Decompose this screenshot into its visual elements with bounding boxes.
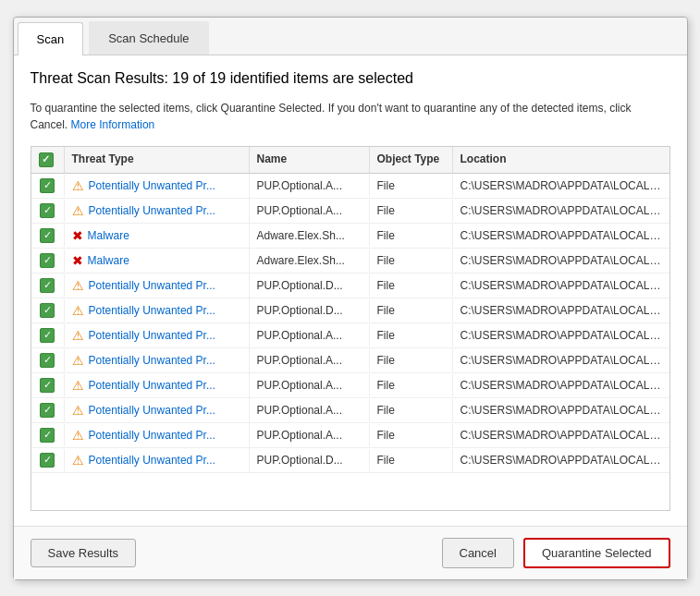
- select-all-checkbox[interactable]: ✓: [39, 152, 54, 167]
- row-name: PUP.Optional.A...: [250, 424, 370, 446]
- row-name: PUP.Optional.A...: [250, 175, 370, 197]
- row-location: C:\USERS\MADRO\APPDATA\LOCAL\...: [453, 225, 669, 247]
- row-location: C:\USERS\MADRO\APPDATA\LOCAL\...: [453, 274, 669, 297]
- threat-link[interactable]: Potentially Unwanted Pr...: [89, 404, 215, 417]
- warning-icon: ⚠: [72, 403, 84, 418]
- threat-link[interactable]: Potentially Unwanted Pr...: [89, 354, 215, 367]
- more-info-link[interactable]: More Information: [71, 118, 155, 131]
- row-threat-type: ✖Malware: [65, 224, 250, 248]
- warning-icon: ⚠: [72, 428, 84, 443]
- row-name: PUP.Optional.A...: [250, 399, 370, 421]
- error-icon: ✖: [72, 253, 83, 268]
- row-checkbox[interactable]: ✓: [31, 299, 65, 322]
- row-threat-type: ⚠Potentially Unwanted Pr...: [65, 274, 250, 298]
- row-name: PUP.Optional.A...: [250, 349, 370, 371]
- col-header-checkbox: ✓: [31, 147, 65, 173]
- table-row: ✓✖MalwareAdware.Elex.Sh...FileC:\USERS\M…: [31, 249, 669, 274]
- threat-link[interactable]: Potentially Unwanted Pr...: [89, 329, 215, 342]
- row-location: C:\USERS\MADRO\APPDATA\LOCAL\...: [453, 349, 669, 371]
- threat-link[interactable]: Potentially Unwanted Pr...: [89, 429, 215, 442]
- row-location: C:\USERS\MADRO\APPDATA\LOCAL\...: [453, 424, 669, 446]
- table-row: ✓✖MalwareAdware.Elex.Sh...FileC:\USERS\M…: [31, 224, 669, 249]
- table-header: ✓ Threat Type Name Object Type Location: [31, 147, 669, 174]
- warning-icon: ⚠: [72, 278, 84, 293]
- row-object-type: File: [370, 349, 453, 371]
- threat-link[interactable]: Malware: [88, 254, 129, 267]
- row-checkbox[interactable]: ✓: [31, 225, 65, 247]
- row-name: PUP.Optional.D...: [250, 299, 370, 322]
- row-location: C:\USERS\MADRO\APPDATA\LOCAL\...: [453, 200, 669, 222]
- threat-link[interactable]: Potentially Unwanted Pr...: [89, 179, 215, 192]
- row-checkbox[interactable]: ✓: [31, 200, 65, 222]
- row-location: C:\USERS\MADRO\APPDATA\LOCAL\...: [453, 249, 669, 272]
- row-location: C:\USERS\MADRO\APPDATA\LOCAL\...: [453, 299, 669, 322]
- instructions-text: To quarantine the selected items, click …: [31, 100, 670, 133]
- row-object-type: File: [370, 274, 453, 297]
- row-checkbox[interactable]: ✓: [31, 175, 65, 197]
- table-row: ✓⚠Potentially Unwanted Pr...PUP.Optional…: [31, 323, 669, 348]
- row-checkbox[interactable]: ✓: [31, 349, 65, 371]
- cancel-button[interactable]: Cancel: [442, 538, 514, 568]
- row-name: PUP.Optional.A...: [250, 324, 370, 347]
- threat-link[interactable]: Potentially Unwanted Pr...: [89, 379, 215, 392]
- warning-icon: ⚠: [72, 453, 84, 468]
- table-row: ✓⚠Potentially Unwanted Pr...PUP.Optional…: [31, 348, 669, 373]
- row-object-type: File: [370, 200, 453, 222]
- warning-icon: ⚠: [72, 303, 84, 318]
- threat-link[interactable]: Potentially Unwanted Pr...: [89, 204, 215, 217]
- row-threat-type: ⚠Potentially Unwanted Pr...: [65, 174, 250, 198]
- results-table: ✓ Threat Type Name Object Type Location …: [31, 146, 670, 511]
- table-row: ✓⚠Potentially Unwanted Pr...PUP.Optional…: [31, 373, 669, 398]
- row-threat-type: ⚠Potentially Unwanted Pr...: [65, 398, 250, 422]
- tab-scan-schedule[interactable]: Scan Schedule: [89, 21, 208, 55]
- warning-icon: ⚠: [72, 178, 84, 193]
- table-row: ✓⚠Potentially Unwanted Pr...PUP.Optional…: [31, 448, 669, 473]
- row-checkbox[interactable]: ✓: [31, 399, 65, 421]
- row-object-type: File: [370, 399, 453, 421]
- col-header-object-type: Object Type: [370, 147, 453, 173]
- row-location: C:\USERS\MADRO\APPDATA\LOCAL\...: [453, 374, 669, 396]
- threat-link[interactable]: Potentially Unwanted Pr...: [89, 304, 215, 317]
- row-threat-type: ⚠Potentially Unwanted Pr...: [65, 323, 250, 347]
- footer-right-buttons: Cancel Quarantine Selected: [442, 538, 670, 568]
- table-row: ✓⚠Potentially Unwanted Pr...PUP.Optional…: [31, 423, 669, 448]
- warning-icon: ⚠: [72, 378, 84, 393]
- threat-link[interactable]: Potentially Unwanted Pr...: [89, 279, 215, 292]
- row-name: Adware.Elex.Sh...: [250, 249, 370, 272]
- row-object-type: File: [370, 299, 453, 322]
- row-threat-type: ✖Malware: [65, 249, 250, 273]
- warning-icon: ⚠: [72, 328, 84, 343]
- row-object-type: File: [370, 449, 453, 471]
- table-row: ✓⚠Potentially Unwanted Pr...PUP.Optional…: [31, 174, 669, 199]
- row-location: C:\USERS\MADRO\APPDATA\LOCAL\...: [453, 324, 669, 347]
- page-title: Threat Scan Results: 19 of 19 identified…: [31, 70, 670, 87]
- threat-link[interactable]: Potentially Unwanted Pr...: [89, 454, 215, 467]
- save-results-button[interactable]: Save Results: [31, 539, 137, 567]
- row-name: Adware.Elex.Sh...: [250, 225, 370, 247]
- row-checkbox[interactable]: ✓: [31, 449, 65, 471]
- threat-link[interactable]: Malware: [88, 229, 129, 242]
- quarantine-selected-button[interactable]: Quarantine Selected: [523, 538, 670, 568]
- row-checkbox[interactable]: ✓: [31, 374, 65, 396]
- row-location: C:\USERS\MADRO\APPDATA\LOCAL\...: [453, 399, 669, 421]
- row-checkbox[interactable]: ✓: [31, 249, 65, 272]
- row-threat-type: ⚠Potentially Unwanted Pr...: [65, 348, 250, 372]
- row-name: PUP.Optional.A...: [250, 200, 370, 222]
- table-row: ✓⚠Potentially Unwanted Pr...PUP.Optional…: [31, 398, 669, 423]
- row-object-type: File: [370, 424, 453, 446]
- tab-bar: Scan Scan Schedule: [14, 18, 687, 55]
- row-threat-type: ⚠Potentially Unwanted Pr...: [65, 298, 250, 322]
- row-checkbox[interactable]: ✓: [31, 424, 65, 446]
- table-row: ✓⚠Potentially Unwanted Pr...PUP.Optional…: [31, 199, 669, 224]
- row-checkbox[interactable]: ✓: [31, 324, 65, 347]
- row-threat-type: ⚠Potentially Unwanted Pr...: [65, 199, 250, 223]
- col-header-threat-type: Threat Type: [65, 147, 250, 173]
- row-object-type: File: [370, 249, 453, 272]
- row-threat-type: ⚠Potentially Unwanted Pr...: [65, 448, 250, 472]
- warning-icon: ⚠: [72, 203, 84, 218]
- warning-icon: ⚠: [72, 353, 84, 368]
- row-location: C:\USERS\MADRO\APPDATA\LOCAL\...: [453, 175, 669, 197]
- row-checkbox[interactable]: ✓: [31, 274, 65, 297]
- tab-scan[interactable]: Scan: [18, 22, 84, 55]
- main-content: Threat Scan Results: 19 of 19 identified…: [14, 55, 687, 526]
